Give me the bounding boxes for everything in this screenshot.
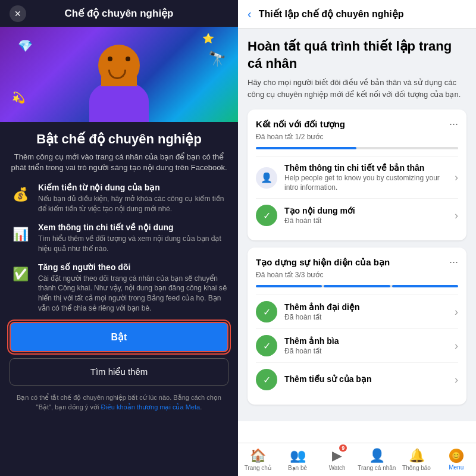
tab-notifications-label: Thông báo <box>402 465 431 471</box>
friends-icon: 👥 <box>290 448 306 464</box>
followers-text: Tăng số người theo dõi Cài đặt người the… <box>38 262 228 314</box>
add-info-arrow: › <box>455 171 458 184</box>
enable-button[interactable]: Bật <box>10 322 228 352</box>
earn-desc: Nếu bạn đủ điều kiện, hãy mở khóa các cô… <box>38 194 228 214</box>
left-panel-title: Chế độ chuyên nghiệp <box>65 7 174 20</box>
cover-title: Thêm ảnh bìa <box>284 336 447 346</box>
create-content-icon: ✓ <box>256 205 277 226</box>
tab-notifications[interactable]: 🔔 Thông báo <box>397 443 437 476</box>
card-connect-more[interactable]: ··· <box>449 118 458 130</box>
card-presence-title: Tạo dựng sự hiện diện của bạn <box>256 257 390 268</box>
footer-text-after: . <box>200 403 202 411</box>
followers-title: Tăng số người theo dõi <box>38 262 228 272</box>
progress-p1 <box>256 285 322 287</box>
insight-icon: 📊 <box>10 224 31 245</box>
earn-title: Kiếm tiền từ nội dung của bạn <box>38 183 228 192</box>
tab-home-label: Trang chủ <box>245 465 271 471</box>
bio-check: ✓ <box>263 374 271 386</box>
right-main-title: Hoàn tất quá trình thiết lập trang cá nh… <box>248 38 466 72</box>
feature-item-earn: 💰 Kiếm tiền từ nội dung của bạn Nếu bạn … <box>10 183 228 214</box>
avatar-icon: ✓ <box>256 301 277 322</box>
back-button[interactable]: ‹ <box>248 7 252 21</box>
tab-watch-label: Watch <box>329 465 346 471</box>
followers-icon: ✅ <box>10 264 31 285</box>
tab-home[interactable]: 🏠 Trang chủ <box>238 443 278 476</box>
close-button[interactable]: ✕ <box>10 5 26 22</box>
right-desc: Hãy cho mọi người biết đôi điều về bản t… <box>248 77 466 100</box>
create-content-arrow: › <box>455 209 458 222</box>
learn-more-button[interactable]: Tìm hiểu thêm <box>10 358 228 386</box>
earn-text: Kiếm tiền từ nội dung của bạn Nếu bạn đủ… <box>38 183 228 214</box>
cover-check: ✓ <box>263 340 271 352</box>
add-info-desc: Help people get to know you by customizi… <box>284 174 447 192</box>
close-icon: ✕ <box>14 9 21 18</box>
deco-telescope: 🔭 <box>208 51 226 67</box>
cover-arrow: › <box>455 340 458 352</box>
bio-text: Thêm tiểu sử của bạn <box>284 374 447 385</box>
feature-item-insight: 📊 Xem thông tin chi tiết về nội dung Tìm… <box>10 223 228 254</box>
deco-star: ⭐ <box>202 33 214 44</box>
avatar-title: Thêm ảnh đại diện <box>284 302 447 312</box>
avatar-desc: Đã hoàn tất <box>284 313 447 322</box>
bottom-tab-bar: 🏠 Trang chủ 👥 Bạn bè ▶ 9 Watch 👤 Trang c… <box>238 443 476 476</box>
setup-card-presence: Tạo dựng sự hiện diện của bạn ··· Đã hoà… <box>248 248 466 405</box>
avatar-check: ✓ <box>263 306 271 318</box>
right-header: ‹ Thiết lập chế độ chuyên nghiệp <box>238 0 476 29</box>
card-presence-header: Tạo dựng sự hiện diện của bạn ··· <box>256 256 458 268</box>
setup-item-create-content[interactable]: ✓ Tạo nội dung mới Đã hoàn tất › <box>256 198 458 232</box>
create-content-text: Tạo nội dung mới Đã hoàn tất <box>284 206 447 226</box>
right-panel: ‹ Thiết lập chế độ chuyên nghiệp Hoàn tấ… <box>238 0 476 476</box>
left-header: ✕ Chế độ chuyên nghiệp <box>0 0 238 27</box>
setup-item-add-info[interactable]: 👤 Thêm thông tin chi tiết về bản thân He… <box>256 156 458 198</box>
tab-friends-label: Bạn bè <box>288 465 307 471</box>
card-connect-header: Kết nối với đối tượng ··· <box>256 118 458 130</box>
add-info-title: Thêm thông tin chi tiết về bản thân <box>284 163 447 173</box>
cover-desc: Đã hoàn tất <box>284 347 447 356</box>
main-subtitle: Thêm công cụ mới vào trang cá nhân của b… <box>10 152 228 173</box>
notifications-icon: 🔔 <box>409 448 425 464</box>
card-presence-subtitle: Đã hoàn tất 3/3 bước <box>256 271 458 279</box>
progress-p2 <box>324 285 390 287</box>
insight-text: Xem thông tin chi tiết về nội dung Tìm h… <box>38 223 228 254</box>
earn-icon: 💰 <box>10 184 31 205</box>
tab-watch[interactable]: ▶ 9 Watch <box>317 443 357 476</box>
right-panel-title: Thiết lập chế độ chuyên nghiệp <box>259 8 404 20</box>
tab-profile-label: Trang cá nhân <box>358 465 396 471</box>
create-content-check: ✓ <box>263 210 271 221</box>
add-info-icon-glyph: 👤 <box>261 172 273 183</box>
left-panel: ✕ Chế độ chuyên nghiệp 💎 ⭐ 🔭 💫 Bật chế đ… <box>0 0 238 476</box>
profile-icon: 👤 <box>369 448 385 464</box>
insight-title: Xem thông tin chi tiết về nội dung <box>38 223 228 232</box>
setup-item-avatar[interactable]: ✓ Thêm ảnh đại diện Đã hoàn tất › <box>256 295 458 328</box>
home-icon: 🏠 <box>250 448 266 464</box>
tab-profile[interactable]: 👤 Trang cá nhân <box>357 443 397 476</box>
right-scrollable: Hoàn tất quá trình thiết lập trang cá nh… <box>238 29 476 443</box>
terms-link[interactable]: Điều khoản thương mại của Meta <box>101 403 200 411</box>
create-content-desc: Đã hoàn tất <box>284 217 447 226</box>
watch-badge: 9 <box>339 444 347 452</box>
setup-card-connect: Kết nối với đối tượng ··· Đã hoàn tất 1/… <box>248 109 466 240</box>
footer-text: Bạn có thể tắt chế độ chuyên nghiệp bất … <box>10 393 228 417</box>
card-connect-subtitle: Đã hoàn tất 1/2 bước <box>256 133 458 141</box>
cover-icon: ✓ <box>256 335 277 356</box>
insight-desc: Tìm hiểu thêm về đối tượng và xem nội du… <box>38 234 228 254</box>
card-presence-progress <box>256 285 458 287</box>
main-title: Bật chế độ chuyên nghiệp <box>10 131 228 147</box>
card-presence-more[interactable]: ··· <box>449 256 458 268</box>
setup-item-cover[interactable]: ✓ Thêm ảnh bìa Đã hoàn tất › <box>256 328 458 362</box>
progress-filled-1 <box>256 147 356 149</box>
right-content: Hoàn tất quá trình thiết lập trang cá nh… <box>238 29 476 421</box>
setup-item-bio[interactable]: ✓ Thêm tiểu sử của bạn › <box>256 362 458 396</box>
feature-item-followers: ✅ Tăng số người theo dõi Cài đặt người t… <box>10 262 228 314</box>
cover-text: Thêm ảnh bìa Đã hoàn tất <box>284 336 447 356</box>
tab-friends[interactable]: 👥 Bạn bè <box>278 443 318 476</box>
deco-sparkle: 💫 <box>12 91 25 104</box>
tab-menu[interactable]: 😊 Menu <box>436 443 476 476</box>
hero-image: 💎 ⭐ 🔭 💫 <box>0 27 238 122</box>
add-info-text: Thêm thông tin chi tiết về bản thân Help… <box>284 163 447 192</box>
progress-empty-1 <box>358 147 459 149</box>
add-info-icon: 👤 <box>256 167 277 189</box>
card-connect-title: Kết nối với đối tượng <box>256 119 345 130</box>
followers-desc: Cài đặt người theo dõi trang cá nhân của… <box>38 274 228 314</box>
avatar-text: Thêm ảnh đại diện Đã hoàn tất <box>284 302 447 322</box>
